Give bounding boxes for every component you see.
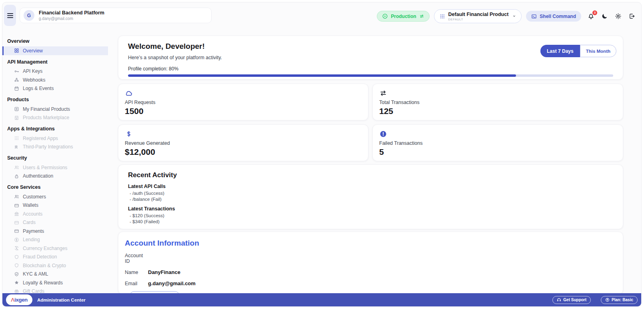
sidebar-item-wallets[interactable]: Wallets (2, 201, 108, 210)
sidebar-item-third-party-integrations[interactable]: Third-Party Integrations (2, 143, 108, 152)
field-label: Name (125, 270, 148, 275)
product-box-icon (14, 106, 19, 112)
sidebar-item-label: Lending (23, 237, 40, 242)
calendar-icon (14, 86, 19, 91)
sidebar-item-overview[interactable]: Overview (2, 46, 108, 55)
range-last-7-days-button[interactable]: Last 7 Days (540, 45, 580, 57)
section-title: Security (2, 155, 108, 162)
sidebar-section-overview: Overview Overview (2, 38, 108, 55)
chevron-down-icon (512, 14, 517, 19)
sidebar-item-label: Cards (23, 220, 36, 225)
get-support-label: Get Support (563, 298, 586, 302)
activity-group-title: Latest Transactions (128, 206, 613, 212)
account-information-title: Account Information (125, 239, 616, 248)
moon-icon (601, 13, 608, 20)
headset-icon (557, 298, 561, 302)
sidebar-item-blockchain-crypto[interactable]: Blockchain & Crypto (2, 261, 108, 270)
gift-icon (14, 289, 19, 293)
activity-item: - /auth (Success) (128, 191, 613, 196)
notification-badge: 3 (592, 10, 597, 15)
product-selector[interactable]: Default Financial Product DEFAULT (434, 9, 522, 23)
sidebar-item-label: Logs & Events (23, 86, 54, 91)
stat-label: API Requests (125, 100, 362, 105)
workspace-avatar: G (24, 10, 34, 21)
footer-actions: Get Support Plan: Basic (552, 296, 638, 304)
transfer-icon (379, 89, 387, 97)
card-icon (14, 228, 19, 234)
swap-arrows-icon (419, 14, 424, 19)
sidebar-item-authentication[interactable]: Authentication (2, 172, 108, 181)
bank-icon (14, 211, 19, 216)
sidebar-item-lending[interactable]: Lending (2, 236, 108, 244)
sidebar-item-label: Third-Party Integrations (23, 144, 73, 150)
sidebar-item-loyalty-rewards[interactable]: Loyalty & Rewards (2, 278, 108, 287)
sidebar-section-api-management: API Management API Keys Webhooks Logs & … (2, 59, 108, 93)
sidebar-section-security: Security Users & Permissions Authenticat… (2, 155, 108, 180)
sidebar-item-currency-exchanges[interactable]: Currency Exchanges (2, 244, 108, 253)
range-toggle: Last 7 Days This Month (540, 45, 616, 57)
account-field-row: Account ID (125, 253, 616, 264)
sidebar-item-label: Products Marketplace (23, 115, 69, 120)
sidebar-item-logs-events[interactable]: Logs & Events (2, 84, 108, 93)
dollar-icon (125, 130, 133, 138)
aixgen-logo: Λixgen (6, 294, 32, 305)
plan-button[interactable]: Plan: Basic (601, 296, 638, 304)
sidebar-item-label: Loyalty & Rewards (23, 280, 63, 286)
wallet-icon (14, 203, 19, 208)
workspace-email: g.dany@gmail.com (39, 16, 104, 21)
shell-command-button[interactable]: Shell Command (526, 11, 581, 22)
webhook-icon (14, 77, 19, 82)
environment-label: Production (391, 14, 416, 19)
stats-grid: API Requests 1500 Total Transactions 125… (118, 84, 623, 161)
field-value: g.dany@gmail.com (148, 280, 196, 286)
get-support-button[interactable]: Get Support (552, 296, 591, 304)
hamburger-icon (7, 15, 13, 16)
logout-button[interactable] (628, 12, 636, 20)
product-selector-text: Default Financial Product DEFAULT (448, 12, 509, 21)
arrow-up-circle-icon (605, 298, 610, 302)
shield-check-icon (14, 272, 19, 277)
cloud-icon (125, 89, 133, 97)
sidebar-section-core-services: Core Services Customers Wallets Accounts… (2, 184, 108, 293)
sidebar-item-label: Authentication (23, 173, 53, 179)
stat-value: 5 (379, 147, 616, 157)
workspace-card[interactable]: G Financial Backend Platform g.dany@gmai… (20, 8, 212, 23)
dollar-circle-icon (14, 237, 19, 242)
welcome-card: Welcome, Developer! Here’s a snapshot of… (118, 36, 623, 80)
shield-icon (14, 263, 19, 268)
sidebar-item-accounts[interactable]: Accounts (2, 210, 108, 218)
sidebar-item-fraud-detection[interactable]: Fraud Detection (2, 253, 108, 262)
top-bar-actions: Production Default Financial Product DEF… (377, 9, 636, 23)
sidebar-item-customers[interactable]: Customers (2, 192, 108, 201)
sidebar-item-gift-cards[interactable]: Gift Cards (2, 287, 108, 294)
sidebar-item-webhooks[interactable]: Webhooks (2, 76, 108, 84)
sidebar-item-products-marketplace[interactable]: Products Marketplace (2, 114, 108, 122)
sidebar-section-products: Products My Financial Products Products … (2, 97, 108, 122)
sidebar-item-label: Fraud Detection (23, 254, 57, 260)
shell-command-label: Shell Command (540, 14, 576, 19)
sidebar-item-cards[interactable]: Cards (2, 218, 108, 227)
dark-mode-toggle[interactable] (600, 12, 608, 20)
sidebar-item-label: My Financial Products (23, 106, 70, 112)
product-selector-sublabel: DEFAULT (448, 18, 509, 21)
profile-completion-label: Profile completion: 80% (128, 66, 613, 72)
recent-activity-title: Recent Activity (128, 171, 613, 179)
settings-button[interactable] (614, 12, 622, 20)
notifications-button[interactable]: 3 (587, 12, 595, 20)
sidebar-item-my-financial-products[interactable]: My Financial Products (2, 105, 108, 114)
range-this-month-button[interactable]: This Month (580, 45, 616, 57)
environment-badge[interactable]: Production (377, 11, 429, 22)
sidebar-item-payments[interactable]: Payments (2, 227, 108, 236)
gear-icon (615, 13, 622, 20)
sidebar-item-label: KYC & AML (23, 271, 48, 277)
menu-button[interactable] (4, 5, 16, 26)
app-frame: G Financial Backend Platform g.dany@gmai… (2, 2, 642, 307)
sidebar-item-kyc-aml[interactable]: KYC & AML (2, 270, 108, 279)
sidebar-item-users-permissions[interactable]: Users & Permissions (2, 163, 108, 172)
grid-dots-icon (440, 14, 445, 19)
logo-text: ixgen (14, 297, 28, 303)
sidebar-item-registered-apps[interactable]: Registered Apps (2, 134, 108, 143)
section-title: Products (2, 97, 108, 103)
sidebar-item-api-keys[interactable]: API Keys (2, 67, 108, 76)
account-information-card: Account Information Account ID Name Dany… (118, 232, 623, 294)
